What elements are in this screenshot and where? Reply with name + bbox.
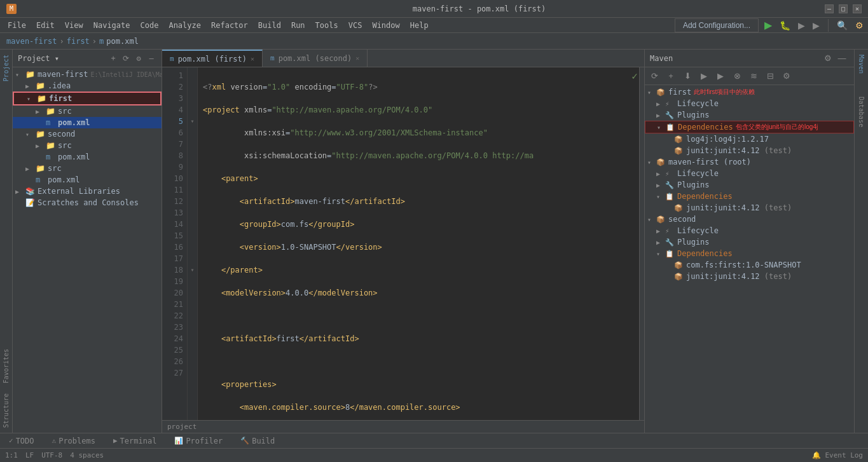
menu-analyze[interactable]: Analyze	[163, 20, 206, 31]
project-panel-gear[interactable]: ⚙	[134, 53, 144, 64]
project-panel-sync[interactable]: ⟳	[121, 53, 131, 64]
menu-build[interactable]: Build	[253, 20, 286, 31]
maven-minimize-button[interactable]: —	[835, 51, 849, 65]
tab-pom-first[interactable]: m pom.xml (first) ✕	[162, 50, 263, 67]
tree-item-src-second[interactable]: ▶ 📁 src	[13, 140, 162, 151]
maven-item-first[interactable]: ▾ 📦 first 此时first项目中的依赖	[645, 86, 854, 98]
maven-show-deps-button[interactable]: ≋	[747, 69, 761, 83]
maven-item-first-lifecycle[interactable]: ▶ ⚡ Lifecycle	[645, 98, 854, 109]
bottom-tab-profiler[interactable]: 📊 Profiler	[170, 433, 226, 449]
right-tab-maven[interactable]: Maven	[856, 50, 867, 79]
tree-item-maven-first[interactable]: ▾ 📁 maven-first E:\IntelliJ IDEA\Maven\m…	[13, 69, 162, 80]
tree-item-pom-first[interactable]: ▶ m pom.xml	[13, 117, 162, 128]
sidebar-tab-structure[interactable]: Structure	[1, 388, 11, 433]
bottom-tab-build[interactable]: 🔨 Build	[237, 433, 279, 449]
maven-debug-button[interactable]: ▶	[713, 69, 727, 83]
run-button[interactable]: ▶	[762, 17, 774, 33]
menu-vcs[interactable]: VCS	[343, 20, 368, 31]
maven-item-root-plugins[interactable]: ▶ 🔧 Plugins	[645, 179, 854, 191]
status-encoding[interactable]: UTF-8	[41, 451, 62, 459]
tab-close-pom-second[interactable]: ✕	[355, 55, 359, 62]
profile-button[interactable]: ▶	[811, 18, 822, 32]
maven-collapse-button[interactable]: ⊟	[763, 69, 777, 83]
editor-content[interactable]: 1234 5 678910 1112131415 1617181920 2122…	[162, 67, 644, 420]
tree-item-scratches[interactable]: ▶ 📝 Scratches and Consoles	[13, 197, 162, 208]
maven-item-first-plugins[interactable]: ▶ 🔧 Plugins	[645, 109, 854, 121]
editor-scrollbar[interactable]	[639, 67, 644, 420]
maven-item-root-junit[interactable]: ▶ 📦 junit:junit:4.12 (test)	[645, 202, 854, 214]
project-panel-close[interactable]: —	[146, 53, 156, 64]
breadcrumb-file[interactable]: pom.xml	[106, 37, 139, 46]
bottom-tab-terminal[interactable]: ▶ Terminal	[109, 433, 160, 449]
breadcrumb-project[interactable]: maven-first	[6, 37, 57, 46]
breadcrumb-module[interactable]: first	[67, 37, 90, 46]
maven-run-button[interactable]: ▶	[697, 69, 711, 83]
maximize-button[interactable]: □	[839, 4, 848, 13]
menu-navigate[interactable]: Navigate	[88, 20, 135, 31]
menu-run[interactable]: Run	[286, 20, 310, 31]
maven-toolbar: ⟳ + ⬇ ▶ ▶ ⊗ ≋ ⊟ ⚙	[645, 67, 854, 85]
project-panel-title: Project ▾	[18, 54, 108, 63]
maven-item-second-comfs[interactable]: ▶ 📦 com.fs:first:1.0-SNAPSHOT	[645, 259, 854, 271]
maven-item-second-lifecycle[interactable]: ▶ ⚡ Lifecycle	[645, 225, 854, 236]
project-panel-add[interactable]: +	[108, 53, 118, 64]
search-everywhere-button[interactable]: 🔍	[835, 18, 850, 32]
maven-download-button[interactable]: ⬇	[680, 69, 694, 83]
code-editor[interactable]: <?xml version="1.0" encoding="UTF-8"?> <…	[198, 67, 644, 420]
maven-skip-tests-button[interactable]: ⊗	[730, 69, 744, 83]
tree-item-idea[interactable]: ▶ 📁 .idea	[13, 80, 162, 92]
tree-item-pom-second[interactable]: ▶ m pom.xml	[13, 151, 162, 163]
tree-item-ext-libs[interactable]: ▶ 📚 External Libraries	[13, 186, 162, 197]
menu-edit[interactable]: Edit	[31, 20, 60, 31]
maven-item-root-lifecycle[interactable]: ▶ ⚡ Lifecycle	[645, 168, 854, 179]
tree-item-second[interactable]: ▾ 📁 second	[13, 128, 162, 140]
maven-settings-button[interactable]: ⚙	[821, 51, 835, 65]
right-tab-database[interactable]: Database	[856, 92, 867, 132]
maven-more-button[interactable]: ⚙	[780, 69, 794, 83]
maven-panel-header: Maven ⚙ —	[645, 50, 854, 67]
app-icon: M	[6, 4, 17, 14]
maven-item-log4j[interactable]: ▶ 📦 log4j:log4j:1.2.17	[645, 133, 854, 145]
menu-tools[interactable]: Tools	[310, 20, 343, 31]
sidebar-tab-favorites[interactable]: Favorites	[1, 344, 11, 388]
menu-window[interactable]: Window	[367, 20, 404, 31]
menu-view[interactable]: View	[60, 20, 88, 31]
menu-code[interactable]: Code	[135, 20, 164, 31]
debug-button[interactable]: 🐛	[778, 18, 792, 32]
coverage-button[interactable]: ▶	[796, 18, 807, 32]
maven-item-second-junit[interactable]: ▶ 📦 junit:junit:4.12 (test)	[645, 271, 854, 282]
bottom-tab-todo[interactable]: ✓ TODO	[5, 433, 38, 449]
settings-button[interactable]: ⚙	[853, 18, 865, 32]
menu-refactor[interactable]: Refactor	[206, 20, 253, 31]
maven-item-first-deps[interactable]: ▾ 📋 Dependencies 包含父类的junit与自己的log4j	[645, 121, 854, 133]
tree-item-src-first[interactable]: ▶ 📁 src	[13, 105, 162, 117]
maven-annotation-deps: 包含父类的junit与自己的log4j	[736, 123, 818, 132]
tab-icon-pom-first: m	[170, 55, 174, 63]
maven-item-second-deps[interactable]: ▾ 📋 Dependencies	[645, 248, 854, 259]
sidebar-tab-project[interactable]: Project	[1, 50, 11, 86]
problems-icon: ⚠	[52, 437, 57, 445]
tree-item-src-root[interactable]: ▶ 📁 src	[13, 163, 162, 174]
maven-item-second-plugins[interactable]: ▶ 🔧 Plugins	[645, 236, 854, 248]
maven-item-second[interactable]: ▾ 📦 second	[645, 214, 854, 225]
maven-item-root-deps[interactable]: ▾ 📋 Dependencies	[645, 191, 854, 202]
tree-item-first[interactable]: ▾ 📁 first	[13, 92, 162, 105]
tab-pom-second[interactable]: m pom.xml (second) ✕	[263, 50, 368, 67]
menu-help[interactable]: Help	[405, 20, 434, 31]
maven-add-button[interactable]: +	[664, 69, 678, 83]
tab-close-pom-first[interactable]: ✕	[251, 55, 254, 62]
maven-reload-button[interactable]: ⟳	[647, 69, 661, 83]
event-log-icon: 🔔	[812, 451, 821, 459]
minimize-button[interactable]: —	[825, 4, 834, 13]
close-button[interactable]: ✕	[853, 4, 862, 13]
bottom-tab-problems[interactable]: ⚠ Problems	[48, 433, 99, 449]
menu-file[interactable]: File	[3, 20, 31, 31]
add-configuration-button[interactable]: Add Configuration...	[675, 18, 759, 32]
status-line-ending[interactable]: LF	[25, 451, 34, 459]
status-indent[interactable]: 4 spaces	[70, 451, 104, 459]
tree-item-pom-root[interactable]: ▶ m pom.xml	[13, 174, 162, 186]
maven-item-maven-first-root[interactable]: ▾ 📦 maven-first (root)	[645, 156, 854, 168]
status-event-log[interactable]: 🔔 Event Log	[812, 451, 863, 459]
tab-icon-pom-second: m	[270, 54, 275, 62]
maven-item-first-junit[interactable]: ▶ 📦 junit:junit:4.12 (test)	[645, 145, 854, 156]
